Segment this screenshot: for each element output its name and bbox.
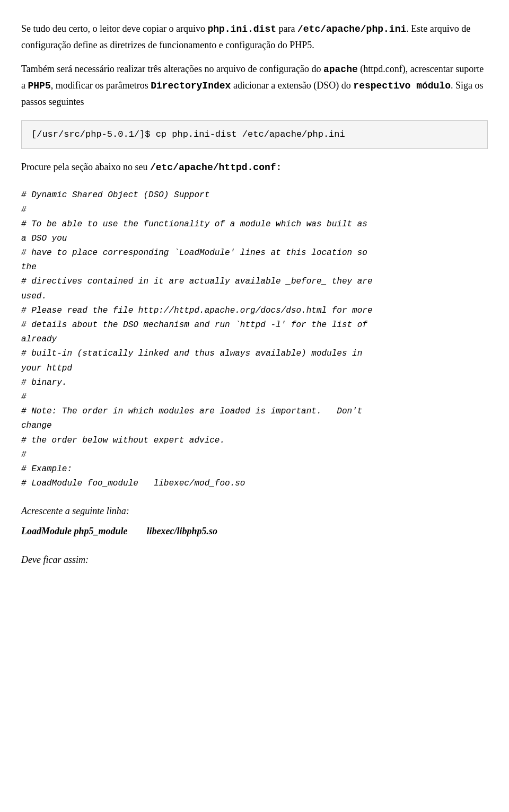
p2-bold4: respectivo módulo <box>353 81 451 91</box>
deve-text: Deve ficar assim: <box>21 554 89 565</box>
dso-line11: already <box>21 332 488 347</box>
dso-line19: # <box>21 448 488 462</box>
loadmodule-path: libexec/libphp5.so <box>147 526 218 536</box>
p2-bold: apache <box>323 64 358 75</box>
dso-line21: # LoadModule foo_module libexec/mod_foo.… <box>21 476 488 491</box>
p1-bold2: /etc/apache/php.ini <box>297 24 406 34</box>
loadmodule-module: LoadModule php5_module <box>21 526 128 536</box>
dso-line4: a DSO you <box>21 232 488 246</box>
dso-line3: # To be able to use the functionality of… <box>21 217 488 232</box>
dso-line18: # the order below without expert advice. <box>21 434 488 448</box>
p2-bold3: DirectoryIndex <box>151 81 231 91</box>
acrescente-label: Acrescente a seguinte linha: <box>21 504 488 519</box>
paragraph-2: Também será necessário realizar três alt… <box>21 61 488 110</box>
dso-line1: # Dynamic Shared Object (DSO) Support <box>21 188 488 202</box>
dso-line14: # binary. <box>21 376 488 390</box>
dso-line7: # directives contained in it are actuall… <box>21 275 488 289</box>
dso-line10: # details about the DSO mechanism and ru… <box>21 318 488 332</box>
p2-rest2: , modificar os parâmetros <box>51 80 151 91</box>
p1-text: Se tudo deu certo, o leitor deve copiar … <box>21 23 207 34</box>
dso-line17: change <box>21 419 488 433</box>
p2-bold2: PHP5 <box>28 81 51 91</box>
loadmodule-line: LoadModule php5_module libexec/libphp5.s… <box>21 524 488 540</box>
dso-line6: the <box>21 260 488 275</box>
paragraph-1: Se tudo deu certo, o leitor deve copiar … <box>21 21 488 53</box>
acrescente-text: Acrescente a seguinte linha: <box>21 506 129 516</box>
dso-code-block: # Dynamic Shared Object (DSO) Support # … <box>21 188 488 491</box>
procure-text: Procure pela seção abaixo no seu /etc/ap… <box>21 160 488 176</box>
dso-line16: # Note: The order in which modules are l… <box>21 404 488 419</box>
dso-line2: # <box>21 203 488 217</box>
dso-line13: your httpd <box>21 361 488 376</box>
procure-path: /etc/apache/httpd.conf: <box>150 162 282 173</box>
main-content: Se tudo deu certo, o leitor deve copiar … <box>21 21 488 568</box>
p1-bold: php.ini.dist <box>207 24 276 34</box>
dso-line12: # built-in (statically linked and thus a… <box>21 347 488 361</box>
p2-text: Também será necessário realizar três alt… <box>21 64 323 74</box>
dso-line8: used. <box>21 289 488 304</box>
codebox-line: [/usr/src/php-5.0.1/]$ cp php.ini-dist /… <box>31 129 345 139</box>
p2-rest3: adicionar a extensão (DSO) do <box>231 80 353 91</box>
deve-text-paragraph: Deve ficar assim: <box>21 552 488 568</box>
dso-line9: # Please read the file http://httpd.apac… <box>21 304 488 318</box>
code-box-command: [/usr/src/php-5.0.1/]$ cp php.ini-dist /… <box>21 120 488 148</box>
dso-line5: # have to place corresponding `LoadModul… <box>21 246 488 260</box>
p1-rest: para <box>276 23 297 34</box>
dso-line15: # <box>21 390 488 404</box>
dso-line20: # Example: <box>21 462 488 476</box>
procure-label: Procure pela seção abaixo no seu <box>21 162 150 172</box>
